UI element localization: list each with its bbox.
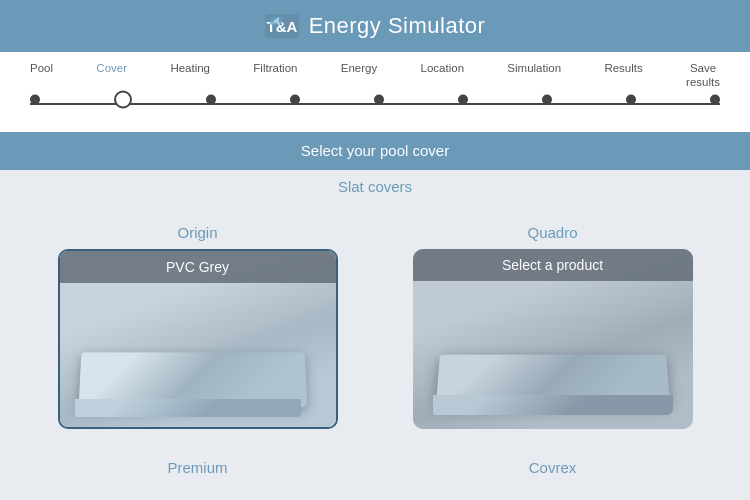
product-name-quadro: Quadro <box>527 224 577 241</box>
product-name-covrex: Covrex <box>529 459 577 476</box>
app-header: T&A Energy Simulator <box>0 0 750 52</box>
product-card-origin[interactable]: PVC Grey <box>58 249 338 429</box>
dot-location[interactable] <box>458 94 468 104</box>
dot-pool[interactable] <box>30 94 40 104</box>
step-cover[interactable]: Cover <box>96 62 127 90</box>
step-location[interactable]: Location <box>421 62 464 90</box>
product-name-premium: Premium <box>167 459 227 476</box>
step-heating[interactable]: Heating <box>170 62 210 90</box>
dot-filtration[interactable] <box>290 94 300 104</box>
product-name-origin: Origin <box>177 224 217 241</box>
product-card-quadro[interactable]: Select a product <box>413 249 693 429</box>
product-cell-quadro[interactable]: Quadro Select a product <box>375 216 730 443</box>
dot-energy[interactable] <box>374 94 384 104</box>
step-pool[interactable]: Pool <box>30 62 53 90</box>
dot-results[interactable] <box>626 94 636 104</box>
product-cell-premium[interactable]: Premium <box>20 443 375 490</box>
step-simulation[interactable]: Simulation <box>507 62 561 90</box>
dot-cover[interactable] <box>114 90 132 108</box>
dot-heating[interactable] <box>206 94 216 104</box>
step-save-results[interactable]: Saveresults <box>686 62 720 90</box>
product-cell-origin[interactable]: Origin PVC Grey <box>20 216 375 443</box>
step-energy[interactable]: Energy <box>341 62 377 90</box>
progress-labels: Pool Cover Heating Filtration Energy Loc… <box>30 62 720 90</box>
step-filtration[interactable]: Filtration <box>253 62 297 90</box>
products-grid: Origin PVC Grey Quadro Select a product … <box>0 206 750 500</box>
progress-dots <box>30 99 720 108</box>
category-label: Slat covers <box>0 170 750 206</box>
dot-simulation[interactable] <box>542 94 552 104</box>
progress-area: Pool Cover Heating Filtration Energy Loc… <box>0 52 750 132</box>
product-cell-covrex[interactable]: Covrex <box>375 443 730 490</box>
product-label-quadro: Select a product <box>413 249 693 281</box>
dot-save[interactable] <box>710 94 720 104</box>
product-label-origin: PVC Grey <box>60 251 336 283</box>
brand-logo-icon: T&A <box>265 12 299 40</box>
section-header: Select your pool cover <box>0 132 750 170</box>
step-results[interactable]: Results <box>604 62 642 90</box>
progress-track <box>30 96 720 112</box>
app-title: Energy Simulator <box>309 13 486 39</box>
